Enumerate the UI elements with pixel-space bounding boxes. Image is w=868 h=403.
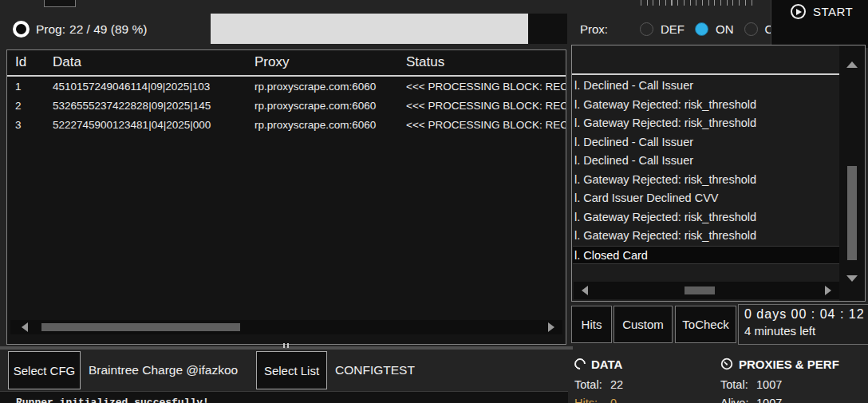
- prog-label: Prog:: [36, 22, 65, 37]
- proxies-section-title: PROXIES & PERF: [739, 358, 839, 371]
- prog-value: 22 / 49 (89 %): [69, 22, 147, 37]
- runner-window: Prog: 22 / 49 (89 %) Prox: DEF ON OFF ST…: [0, 0, 868, 403]
- table-row[interactable]: 1 4510157249046114|09|2025|103 rp.proxys…: [7, 77, 566, 96]
- start-button[interactable]: START: [771, 0, 868, 48]
- select-list-button[interactable]: Select List: [256, 351, 327, 389]
- timer-box: 0 days 00 : 04 : 12 4 minutes left: [738, 304, 868, 345]
- results-panel: l. Declined - Call Issuer l. Gateway Rej…: [571, 45, 866, 302]
- col-header-id[interactable]: Id: [15, 54, 53, 70]
- scroll-right-icon[interactable]: [548, 322, 554, 332]
- scroll-left-icon[interactable]: [22, 322, 28, 332]
- data-total-value: 22: [610, 378, 623, 391]
- scroll-up-icon[interactable]: [846, 61, 858, 68]
- table-horizontal-scrollbar[interactable]: [10, 320, 562, 334]
- scroll-right-icon[interactable]: [825, 286, 831, 295]
- list-item[interactable]: l. Gateway Rejected: risk_threshold: [573, 171, 839, 190]
- results-list: l. Declined - Call Issuer l. Gateway Rej…: [573, 77, 839, 264]
- play-icon: [791, 4, 806, 19]
- data-total-label: Total:: [574, 378, 610, 391]
- cell-data: 5326555237422828|09|2025|145: [53, 100, 254, 112]
- col-header-data[interactable]: Data: [53, 54, 254, 70]
- clipped-control: [44, 0, 76, 7]
- time-remaining: 4 minutes left: [744, 324, 868, 338]
- table-row[interactable]: 2 5326555237422828|09|2025|145 rp.proxys…: [7, 96, 566, 115]
- cell-proxy: rp.proxyscrape.com:6060: [254, 100, 406, 112]
- tab-tocheck[interactable]: ToCheck: [675, 306, 736, 343]
- list-item[interactable]: l. Declined - Call Issuer: [573, 152, 839, 171]
- tab-hits[interactable]: Hits: [571, 306, 612, 343]
- cell-id: 3: [15, 119, 53, 131]
- cell-proxy: rp.proxyscrape.com:6060: [254, 119, 406, 131]
- data-stats-section: DATA Total: 22 Hits: 0: [574, 356, 718, 403]
- select-cfg-label: Select CFG: [14, 364, 76, 377]
- scroll-down-icon[interactable]: [846, 275, 858, 282]
- cell-status: <<< PROCESSING BLOCK: REC: [406, 119, 566, 131]
- cell-data: 4510157249046114|09|2025|103: [53, 81, 254, 93]
- scroll-left-icon[interactable]: [582, 286, 588, 295]
- splitter-handle[interactable]: [0, 346, 573, 350]
- cell-id: 2: [15, 100, 53, 112]
- list-item[interactable]: l. Gateway Rejected: risk_threshold: [573, 114, 839, 133]
- proxies-total-label: Total:: [720, 378, 756, 391]
- data-section-title: DATA: [591, 358, 622, 371]
- tab-custom-label: Custom: [622, 318, 664, 331]
- gauge-icon: [720, 358, 733, 370]
- radio-proxy-on[interactable]: [695, 22, 708, 36]
- radio-proxy-off[interactable]: [744, 22, 758, 36]
- prox-label: Prox:: [580, 22, 608, 36]
- tab-hits-label: Hits: [582, 318, 602, 331]
- results-horizontal-scrollbar[interactable]: [574, 282, 839, 299]
- console-line: Runner initialized succesfully!: [16, 397, 568, 403]
- bots-slider-ticks: [641, 0, 757, 6]
- progress-bar: [211, 14, 567, 44]
- table-row[interactable]: 3 5222745900123481|04|2025|000 rp.proxys…: [7, 115, 566, 134]
- list-item-selected[interactable]: l. Closed Card: [573, 246, 839, 265]
- proxies-alive-value: 1007: [756, 397, 782, 403]
- wordlist-name: CONFIGTEST: [335, 351, 415, 389]
- splitter-grip-icon: [283, 343, 289, 348]
- cell-proxy: rp.proxyscrape.com:6060: [254, 81, 406, 93]
- radio-proxy-def-label[interactable]: DEF: [661, 22, 685, 36]
- list-item[interactable]: l. Declined - Call Issuer: [573, 133, 839, 152]
- select-cfg-button[interactable]: Select CFG: [8, 351, 81, 389]
- tab-custom[interactable]: Custom: [614, 306, 673, 343]
- scrollbar-thumb[interactable]: [847, 166, 857, 260]
- radio-proxy-def[interactable]: [640, 22, 653, 36]
- list-item[interactable]: l. Gateway Rejected: risk_threshold: [573, 208, 839, 227]
- list-item[interactable]: l. Card Issuer Declined CVV: [573, 189, 839, 208]
- data-ring-icon: [572, 356, 588, 372]
- log-console: Runner initialized succesfully!: [0, 391, 568, 403]
- data-hits-value: 0: [610, 397, 617, 403]
- tab-tocheck-label: ToCheck: [682, 318, 728, 331]
- proxies-stats-section: PROXIES & PERF Total: 1007 Alive: 1007: [720, 356, 868, 403]
- progress-readout: Prog: 22 / 49 (89 %): [36, 22, 147, 38]
- config-name: Braintree Charge @ifazkoo: [89, 351, 238, 389]
- elapsed-time: 0 days 00 : 04 : 12: [744, 307, 868, 322]
- proxies-alive-label: Alive:: [720, 397, 756, 403]
- col-header-proxy[interactable]: Proxy: [254, 54, 406, 70]
- results-vertical-scrollbar[interactable]: [839, 45, 865, 301]
- proxy-mode-group: Prox: DEF ON OFF: [580, 19, 799, 38]
- proxies-total-value: 1007: [756, 378, 782, 391]
- scrollbar-thumb[interactable]: [685, 286, 715, 294]
- list-item[interactable]: l. Declined - Call Issuer: [573, 77, 839, 96]
- cell-status: <<< PROCESSING BLOCK: REC: [406, 81, 566, 93]
- bots-table: Id Data Proxy Status 1 4510157249046114|…: [6, 49, 566, 345]
- start-button-label: START: [813, 5, 853, 18]
- list-item[interactable]: l. Gateway Rejected: risk_threshold: [573, 227, 839, 246]
- radio-proxy-on-label[interactable]: ON: [716, 22, 734, 36]
- progress-bar-fill: [211, 14, 528, 44]
- progress-ring-icon: [13, 21, 30, 38]
- col-header-status[interactable]: Status: [406, 54, 566, 70]
- list-item[interactable]: l. Gateway Rejected: risk_threshold: [573, 96, 839, 115]
- cell-data: 5222745900123481|04|2025|000: [53, 119, 254, 131]
- select-list-label: Select List: [264, 364, 319, 377]
- scrollbar-thumb[interactable]: [41, 323, 240, 331]
- cell-id: 1: [15, 81, 53, 93]
- results-header-row: [572, 45, 839, 75]
- cell-status: <<< PROCESSING BLOCK: REC: [406, 100, 566, 112]
- data-hits-label: Hits:: [574, 397, 610, 403]
